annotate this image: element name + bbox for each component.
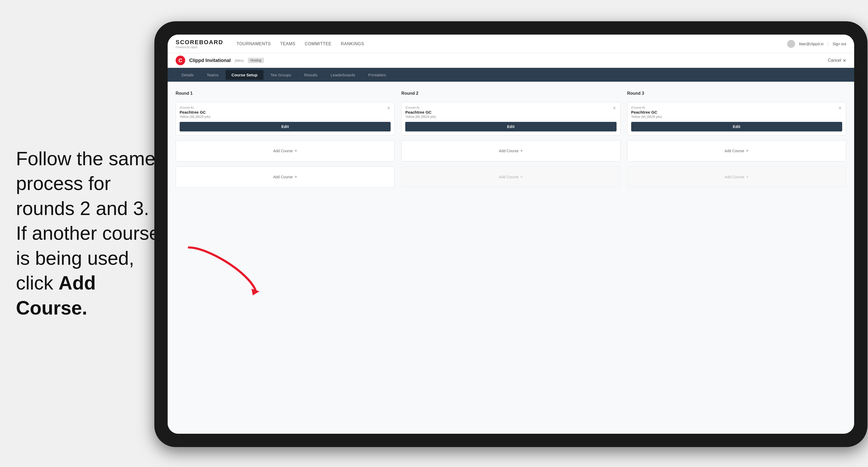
- round-2-add-course-label-2: Add Course +: [499, 174, 523, 180]
- round-1-add-course-text-1: Add Course: [273, 149, 293, 153]
- nav-rankings[interactable]: RANKINGS: [341, 41, 364, 46]
- round-2-add-course-plus-2: +: [520, 174, 523, 180]
- logo-title: SCOREBOARD: [176, 39, 223, 46]
- cancel-label: Cancel: [828, 58, 841, 63]
- round-3-add-course-label-2: Add Course +: [724, 174, 748, 180]
- rounds-container: Round 1 ✕ (Course A) Peachtree GC Yellow…: [176, 91, 846, 425]
- round-3-delete-icon[interactable]: ✕: [837, 105, 843, 111]
- round-1-title: Round 1: [176, 91, 395, 96]
- sign-out-link[interactable]: Sign out: [833, 42, 846, 46]
- round-2-add-course-text-2: Add Course: [499, 175, 519, 179]
- round-1-course-details: Yellow (M) (6629 yds): [180, 115, 391, 119]
- round-2-add-course-2: Add Course +: [401, 166, 620, 188]
- instruction-line1: Follow the same: [16, 148, 155, 169]
- round-3-column: Round 3 ✕ (Course A) Peachtree GC Yellow…: [627, 91, 846, 425]
- men-badge: (Men): [235, 59, 244, 63]
- tab-tee-groups[interactable]: Tee Groups: [265, 70, 297, 80]
- round-2-edit-button[interactable]: Edit: [405, 122, 616, 131]
- round-2-add-course-plus-1: +: [520, 148, 523, 154]
- round-2-add-course-label-1: Add Course +: [499, 148, 523, 154]
- round-1-add-course-plus-2: +: [294, 174, 297, 180]
- round-2-column: Round 2 ✕ (Course A) Peachtree GC Yellow…: [401, 91, 620, 425]
- tab-course-setup[interactable]: Course Setup: [226, 70, 264, 80]
- round-1-course-name: Peachtree GC: [180, 110, 391, 115]
- tab-teams[interactable]: Teams: [201, 70, 224, 80]
- nav-teams[interactable]: TEAMS: [280, 41, 296, 46]
- round-3-add-course-label-1: Add Course +: [724, 148, 748, 154]
- round-2-course-details: Yellow (M) (6629 yds): [405, 115, 616, 119]
- nav-left: SCOREBOARD Powered by clippd TOURNAMENTS…: [176, 39, 364, 49]
- round-3-course-card: ✕ (Course A) Peachtree GC Yellow (M) (66…: [627, 102, 846, 135]
- tournament-name: Clippd Invitational: [189, 58, 231, 63]
- round-1-add-course-label-2: Add Course +: [273, 174, 297, 180]
- round-3-add-course-plus-1: +: [746, 148, 749, 154]
- round-2-delete-icon[interactable]: ✕: [611, 105, 618, 111]
- round-1-add-course-text-2: Add Course: [273, 175, 293, 179]
- instruction-line5: is being used,: [16, 247, 134, 269]
- round-1-add-course-plus-1: +: [294, 148, 297, 154]
- round-3-course-label: (Course A): [631, 106, 842, 109]
- round-3-title: Round 3: [627, 91, 846, 96]
- round-3-edit-button[interactable]: Edit: [631, 122, 842, 131]
- clippd-logo: C: [176, 56, 185, 65]
- round-1-delete-icon[interactable]: ✕: [385, 105, 392, 111]
- tab-bar: Details Teams Course Setup Tee Groups Re…: [168, 68, 854, 82]
- round-3-add-course-plus-2: +: [746, 174, 749, 180]
- round-2-course-name: Peachtree GC: [405, 110, 616, 115]
- sub-header: C Clippd Invitational (Men) Hosting Canc…: [168, 53, 854, 68]
- round-1-add-course-2[interactable]: Add Course +: [176, 166, 395, 188]
- round-2-course-label: (Course A): [405, 106, 616, 109]
- round-2-add-course-1[interactable]: Add Course +: [401, 140, 620, 161]
- instruction-panel: Follow the same process for rounds 2 and…: [0, 136, 181, 331]
- nav-right: blair@clippd.io | Sign out: [787, 40, 846, 48]
- round-1-course-label: (Course A): [180, 106, 391, 109]
- round-1-course-card: ✕ (Course A) Peachtree GC Yellow (M) (66…: [176, 102, 395, 135]
- round-3-add-course-2: Add Course +: [627, 166, 846, 188]
- instruction-line4: If another course: [16, 223, 160, 244]
- round-2-title: Round 2: [401, 91, 620, 96]
- instruction-line6: click: [16, 273, 59, 294]
- round-1-add-course-1[interactable]: Add Course +: [176, 140, 395, 161]
- hosting-badge: Hosting: [248, 58, 264, 63]
- top-navigation: SCOREBOARD Powered by clippd TOURNAMENTS…: [168, 35, 854, 53]
- round-3-course-details: Yellow (M) (6629 yds): [631, 115, 842, 119]
- round-1-edit-button[interactable]: Edit: [180, 122, 391, 131]
- cancel-button[interactable]: Cancel ✕: [828, 58, 846, 63]
- round-3-add-course-text-1: Add Course: [724, 149, 744, 153]
- instruction-line3: rounds 2 and 3.: [16, 198, 149, 219]
- round-3-add-course-1[interactable]: Add Course +: [627, 140, 846, 161]
- round-1-add-course-label-1: Add Course +: [273, 148, 297, 154]
- instruction-line2: process for: [16, 173, 111, 194]
- tablet-screen: SCOREBOARD Powered by clippd TOURNAMENTS…: [168, 35, 854, 434]
- tab-results[interactable]: Results: [298, 70, 323, 80]
- nav-separator: |: [828, 42, 829, 46]
- round-2-add-course-text-1: Add Course: [499, 149, 519, 153]
- tablet-device: SCOREBOARD Powered by clippd TOURNAMENTS…: [154, 21, 867, 447]
- cancel-icon: ✕: [843, 58, 846, 63]
- round-3-add-course-text-2: Add Course: [724, 175, 744, 179]
- tab-leaderboards[interactable]: Leaderboards: [324, 70, 361, 80]
- round-2-course-card: ✕ (Course A) Peachtree GC Yellow (M) (66…: [401, 102, 620, 135]
- round-1-column: Round 1 ✕ (Course A) Peachtree GC Yellow…: [176, 91, 395, 425]
- tab-details[interactable]: Details: [176, 70, 199, 80]
- user-avatar: [787, 40, 795, 48]
- logo-subtitle: Powered by clippd: [176, 46, 223, 49]
- tab-printables[interactable]: Printables: [363, 70, 392, 80]
- user-email: blair@clippd.io: [799, 42, 824, 46]
- nav-tournaments[interactable]: TOURNAMENTS: [237, 41, 271, 46]
- logo-area: SCOREBOARD Powered by clippd: [176, 39, 223, 49]
- nav-links: TOURNAMENTS TEAMS COMMITTEE RANKINGS: [237, 41, 364, 46]
- main-content: Round 1 ✕ (Course A) Peachtree GC Yellow…: [168, 82, 854, 434]
- round-3-course-name: Peachtree GC: [631, 110, 842, 115]
- nav-committee[interactable]: COMMITTEE: [305, 41, 332, 46]
- sub-header-left: C Clippd Invitational (Men) Hosting: [176, 56, 264, 65]
